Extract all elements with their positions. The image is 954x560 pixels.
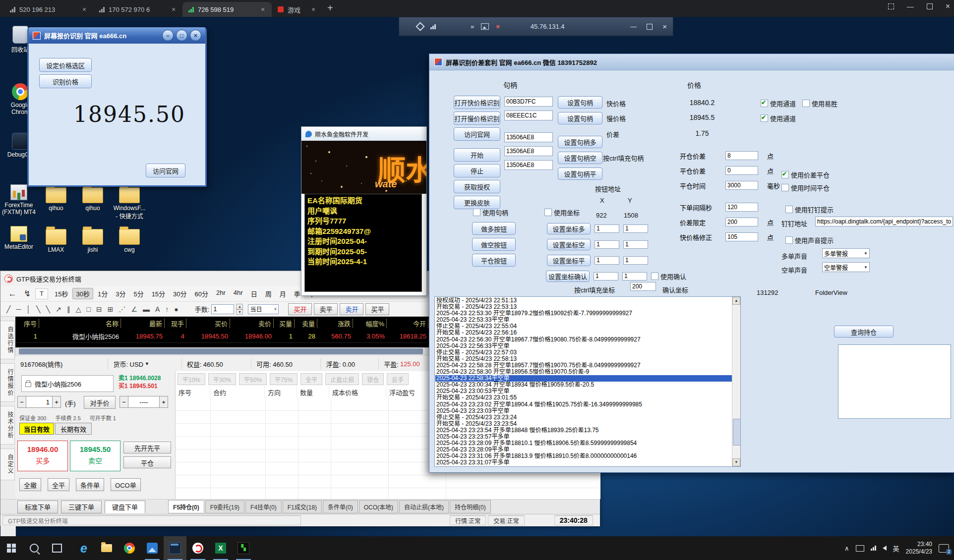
desktop-icon-mt4[interactable]: ForexTime (FXTM) MT4	[1, 184, 36, 216]
plus-button[interactable]: +	[159, 396, 168, 408]
handle-input[interactable]	[504, 132, 553, 142]
draw-tool-icon[interactable]: ⋰	[119, 305, 125, 313]
log-line[interactable]: 开始交易 - 2025/4/23 22:53:13	[435, 304, 732, 310]
timeframe-button[interactable]: 30分	[170, 288, 190, 299]
coord-x-input[interactable]	[594, 272, 618, 280]
log-line[interactable]: 停止交易 - 2025/4/23 22:55:04	[435, 323, 732, 330]
desktop-icon-cwg[interactable]: cwg	[112, 226, 147, 253]
validity-day-tab[interactable]: 当日有效	[19, 423, 54, 435]
desktop-icon-jishi[interactable]: jishi	[75, 226, 110, 253]
taskbar-edge[interactable]: e	[72, 536, 95, 560]
draw-tool-icon[interactable]: │	[26, 305, 31, 313]
minus-button[interactable]: −	[119, 396, 128, 408]
close-percent-button[interactable]: 平10%	[178, 373, 205, 385]
arb-action-button[interactable]: 获取授权	[454, 180, 500, 193]
setting-input[interactable]	[725, 232, 758, 241]
arb-action-button[interactable]: 访问官网	[454, 127, 500, 141]
use-confirm-checkbox[interactable]: 使用确认	[651, 272, 686, 281]
speaker-icon[interactable]	[883, 546, 887, 551]
desktop-icon-qihuo[interactable]: qihuo	[39, 184, 73, 212]
setting-input[interactable]	[725, 166, 758, 175]
recognize-price-button[interactable]: 识别价格	[39, 74, 92, 88]
coord-y-input[interactable]	[622, 272, 647, 280]
function-tab[interactable]: OCO(本地)	[359, 500, 398, 513]
use-coord-checkbox[interactable]: 使用坐标	[544, 208, 580, 217]
log-line[interactable]: 2025-04-23 22:58:28 开空单18957.7慢价格19070.7…	[435, 362, 732, 369]
network-icon[interactable]	[871, 546, 876, 551]
handle-input[interactable]	[504, 97, 553, 107]
forward-icon[interactable]: »	[471, 23, 474, 30]
log-line[interactable]: 2025-04-23 22:58:30 开空单18956.5慢价格19070.5…	[435, 369, 732, 375]
taskbar-active-app[interactable]	[164, 536, 186, 560]
quick-order-button[interactable]: 买平	[365, 303, 389, 315]
mode-tab[interactable]: 三键下单	[61, 501, 102, 513]
quick-order-button[interactable]: 卖开	[340, 303, 363, 315]
timeframe-button[interactable]: 2hr	[213, 288, 229, 299]
draw-tool-icon[interactable]: ▬	[143, 305, 150, 313]
minimize-button[interactable]: —	[907, 2, 914, 10]
taskbar-photos[interactable]	[141, 536, 164, 560]
handle-input[interactable]	[504, 146, 553, 156]
taskbar-excel[interactable]: X	[209, 536, 232, 560]
log-line[interactable]: 2025-04-23 22:53:33平空单	[435, 317, 732, 323]
clock[interactable]: 23:40 2025/4/23	[906, 541, 932, 556]
maximize-button[interactable]: □	[176, 30, 187, 41]
log-line[interactable]: 2025-04-23 22:58:34平空单	[435, 375, 732, 382]
tab-close-icon[interactable]: ×	[170, 5, 178, 13]
maximize-button[interactable]	[927, 3, 933, 9]
search-button[interactable]	[23, 536, 46, 560]
mode-tab[interactable]: 键盘下单	[105, 501, 145, 513]
log-line[interactable]: 2025-04-23 23:23:54 开多单18848 慢价格18939.25…	[435, 427, 732, 434]
short-sound-dropdown[interactable]: 空单警报▼	[822, 262, 870, 272]
desktop-icon-qihuo-2[interactable]: qihuo	[75, 184, 110, 212]
close-position-button[interactable]: 平仓	[123, 456, 171, 468]
close-button[interactable]: ×	[662, 22, 667, 31]
draw-tool-icon[interactable]: ●	[174, 305, 178, 313]
close-percent-button[interactable]: 锁仓	[362, 373, 384, 385]
close-percent-button[interactable]: 反手	[387, 373, 409, 385]
draw-tool-icon[interactable]: ╱	[6, 305, 10, 313]
position-listbox[interactable]	[838, 344, 951, 419]
back-arrow-icon[interactable]: ←	[5, 289, 19, 299]
log-line[interactable]: 2025-04-23 23:00:34 开空单18934 慢价格19059.5价…	[435, 382, 732, 388]
set-handle-button[interactable]: 设置句柄平	[558, 168, 602, 180]
log-line[interactable]: 开始交易 - 2025/4/23 22:56:16	[435, 330, 732, 336]
draw-tool-icon[interactable]: △	[76, 305, 81, 313]
use-handle-checkbox[interactable]: 使用句柄	[473, 208, 508, 217]
counter-price-button[interactable]: 对手价	[84, 396, 116, 409]
log-line[interactable]: 2025-04-23 23:31:06 开多单18813.9 慢价格18910.…	[435, 453, 732, 459]
order-misc-button[interactable]: 全平	[48, 478, 69, 491]
close-percent-button[interactable]: 止盈止损	[325, 373, 359, 385]
log-line[interactable]: 2025-04-23 23:28:09 开多单18810.1 慢价格18906.…	[435, 440, 732, 447]
plus-button[interactable]: +	[52, 396, 61, 408]
function-tab[interactable]: 持仓明细(0)	[450, 500, 491, 513]
log-scrollbar[interactable]: ▲ ▼	[732, 297, 740, 466]
coord-x-input[interactable]	[595, 224, 619, 233]
minimize-button[interactable]: –	[162, 30, 174, 41]
log-line[interactable]: 授权成功 - 2025/4/23 22:51:13	[435, 297, 732, 304]
arb-title-bar[interactable]: 屏幕识别价差套利 官网 ea666.cn 微信 18391752892	[429, 54, 954, 70]
log-line[interactable]: 2025-04-23 23:00:53平空单	[435, 388, 732, 394]
action-center-icon[interactable]: 2	[939, 544, 949, 553]
monitor-icon[interactable]	[856, 545, 864, 552]
desktop-icon-lmax[interactable]: LMAX	[39, 226, 73, 253]
sell-short-button[interactable]: 18945.50 卖空	[70, 441, 120, 471]
log-line[interactable]: 停止交易 - 2025/4/23 23:23:24	[435, 414, 732, 421]
function-tab[interactable]: F5持仓(0)	[168, 500, 204, 513]
function-tab[interactable]: F9委托(19)	[205, 500, 244, 513]
coord-x-input[interactable]	[595, 256, 619, 265]
coord-y-input[interactable]	[623, 224, 648, 233]
arb-action-button[interactable]: 停止	[454, 164, 500, 177]
scrollbar-thumb[interactable]	[733, 419, 741, 446]
use-yisheng-checkbox[interactable]: 使用易胜	[802, 99, 837, 108]
log-line[interactable]: 2025-04-23 23:28:09平多单	[435, 447, 732, 453]
quick-order-button[interactable]: 卖平	[314, 303, 338, 315]
browser-tab-active[interactable]: 726 598 519 ×	[182, 2, 272, 17]
start-button[interactable]	[0, 536, 23, 560]
taskbar-explorer[interactable]	[95, 536, 118, 560]
scroll-down-icon[interactable]: ▼	[732, 458, 740, 466]
timeframe-button[interactable]: 月	[276, 288, 290, 299]
set-handle-button[interactable]: 设置句柄空	[558, 152, 602, 164]
fullscreen-icon[interactable]	[888, 3, 894, 9]
tray-expand-icon[interactable]: ∧	[844, 545, 849, 552]
